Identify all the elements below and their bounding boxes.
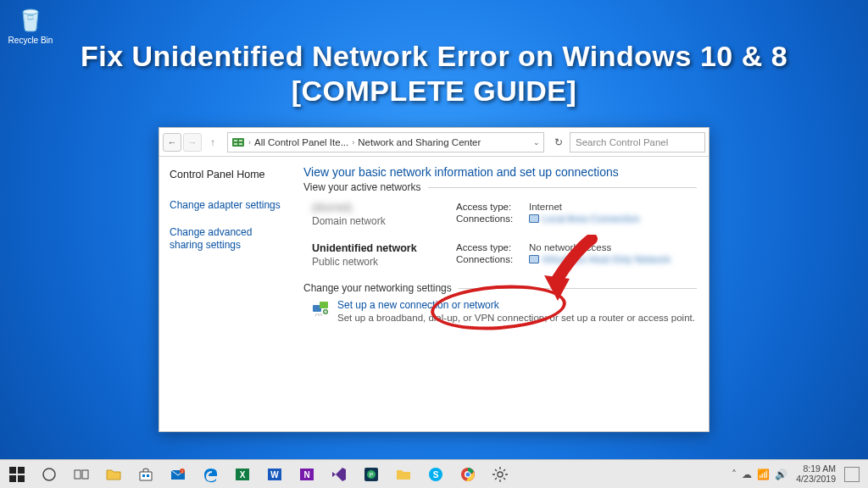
net2-name: Unidentified network [312, 242, 456, 254]
main-title: View your basic network information and … [303, 165, 697, 179]
excel-button[interactable]: X [227, 460, 258, 488]
start-button[interactable] [2, 460, 32, 488]
svg-rect-11 [9, 475, 16, 482]
chevron-right-icon: › [247, 138, 253, 147]
net1-name: (blurred) [312, 202, 456, 214]
taskbar-clock[interactable]: 8:19 AM 4/23/2019 [796, 464, 836, 483]
net1-access-label: Access type: [456, 202, 529, 212]
edge-button[interactable] [195, 460, 225, 488]
svg-rect-1 [232, 138, 244, 147]
task-view-button[interactable] [66, 460, 97, 488]
svg-rect-12 [18, 475, 25, 482]
svg-rect-14 [75, 470, 81, 479]
clock-time: 8:19 AM [796, 464, 836, 474]
svg-point-13 [43, 469, 55, 480]
net1-type: Domain network [312, 215, 456, 227]
setup-connection-link[interactable]: Set up a new connection or network [337, 299, 695, 311]
photoshop-button[interactable]: P [356, 460, 387, 488]
word-button[interactable]: W [259, 460, 290, 488]
tray-chevron-icon[interactable]: ˄ [732, 469, 737, 480]
window-navbar: ← → ↑ › All Control Panel Ite... › Netwo… [159, 128, 709, 157]
sidebar: Control Panel Home Change adapter settin… [159, 157, 295, 431]
tray-volume-icon[interactable]: 🔊 [775, 469, 787, 480]
net2-conn-label: Connections: [456, 254, 529, 264]
breadcrumb[interactable]: › All Control Panel Ite... › Network and… [227, 132, 544, 152]
svg-text:X: X [240, 470, 246, 480]
sidebar-link-adapter[interactable]: Change adapter settings [170, 199, 285, 213]
clock-date: 4/23/2019 [796, 474, 836, 484]
forward-button[interactable]: → [183, 133, 202, 152]
svg-rect-2 [234, 140, 237, 141]
title-line2: [COMPLETE GUIDE] [0, 74, 868, 108]
folder-button[interactable] [388, 460, 419, 488]
svg-point-34 [466, 472, 470, 476]
system-tray: ˄ ☁ 📶 🔊 8:19 AM 4/23/2019 [725, 460, 866, 488]
net1-conn-label: Connections: [456, 214, 529, 224]
mail-button[interactable]: 2 [163, 460, 193, 488]
onenote-button[interactable]: N [292, 460, 322, 488]
search-input[interactable]: Search Control Panel [570, 132, 705, 152]
net1-conn-link[interactable]: Local Area Connection [529, 214, 640, 224]
breadcrumb-seg1[interactable]: All Control Panel Ite... [254, 137, 348, 147]
svg-rect-4 [234, 143, 237, 145]
store-button[interactable] [131, 460, 161, 488]
net1-access-value: Internet [529, 202, 562, 212]
skype-button[interactable]: S [420, 460, 451, 488]
active-networks-legend: View your active networks [303, 181, 428, 193]
sidebar-home[interactable]: Control Panel Home [170, 169, 285, 180]
refresh-button[interactable]: ↻ [549, 133, 568, 152]
monitor-icon [529, 255, 539, 263]
breadcrumb-dropdown-icon[interactable]: ⌄ [530, 138, 540, 147]
setup-connection-icon [312, 299, 331, 318]
network-row-unidentified: Unidentified network Public network Acce… [303, 237, 697, 278]
svg-rect-9 [9, 467, 16, 474]
sidebar-link-sharing[interactable]: Change advanced sharing settings [170, 226, 285, 252]
back-button[interactable]: ← [163, 133, 181, 152]
cortana-button[interactable] [34, 460, 64, 488]
svg-text:P: P [370, 472, 374, 478]
net2-access-value: No network access [529, 242, 611, 252]
svg-point-0 [23, 9, 38, 14]
network-row-domain: (blurred) Domain network Access type: In… [303, 197, 697, 237]
svg-point-35 [498, 472, 503, 477]
main-panel: View your basic network information and … [295, 157, 709, 431]
up-button[interactable]: ↑ [203, 133, 222, 152]
svg-rect-3 [239, 140, 242, 141]
active-networks-section: View your active networks (blurred) Doma… [303, 187, 697, 278]
recycle-bin-icon [15, 3, 46, 34]
svg-text:N: N [303, 470, 309, 480]
chrome-button[interactable] [453, 460, 483, 488]
taskbar: 2 X W N P S ˄ ☁ 📶 🔊 8:19 AM 4/23/2019 [0, 459, 868, 488]
svg-rect-10 [18, 467, 25, 474]
action-center-button[interactable] [844, 467, 860, 482]
change-networking-section: Change your networking settings Set up a… [303, 288, 697, 323]
svg-rect-16 [142, 474, 145, 477]
svg-text:W: W [270, 470, 279, 480]
network-sharing-center-window: ← → ↑ › All Control Panel Ite... › Netwo… [159, 127, 709, 432]
settings-button[interactable] [485, 460, 515, 488]
change-networking-legend: Change your networking settings [303, 282, 459, 294]
breadcrumb-seg2[interactable]: Network and Sharing Center [358, 137, 481, 147]
setup-connection-desc: Set up a broadband, dial-up, or VPN conn… [337, 313, 695, 323]
svg-rect-15 [82, 470, 88, 479]
search-placeholder: Search Control Panel [576, 137, 668, 147]
svg-rect-5 [239, 143, 242, 145]
vs-button[interactable] [324, 460, 354, 488]
net2-conn-link[interactable]: VirtualBox Host-Only Network [529, 254, 670, 264]
window-body: Control Panel Home Change adapter settin… [159, 157, 709, 431]
net2-access-label: Access type: [456, 242, 529, 252]
page-title: Fix Unidentified Network Error on Window… [0, 39, 868, 108]
control-panel-icon [231, 136, 245, 149]
tray-wifi-icon[interactable]: 📶 [757, 469, 770, 480]
tray-cloud-icon[interactable]: ☁ [742, 469, 752, 480]
title-line1: Fix Unidentified Network Error on Window… [0, 39, 868, 74]
net2-type: Public network [312, 256, 456, 268]
svg-text:S: S [433, 470, 439, 480]
file-explorer-button[interactable] [98, 460, 129, 488]
monitor-icon [529, 214, 539, 223]
svg-rect-7 [320, 302, 328, 308]
chevron-right-icon: › [350, 138, 356, 147]
svg-rect-17 [147, 474, 149, 477]
